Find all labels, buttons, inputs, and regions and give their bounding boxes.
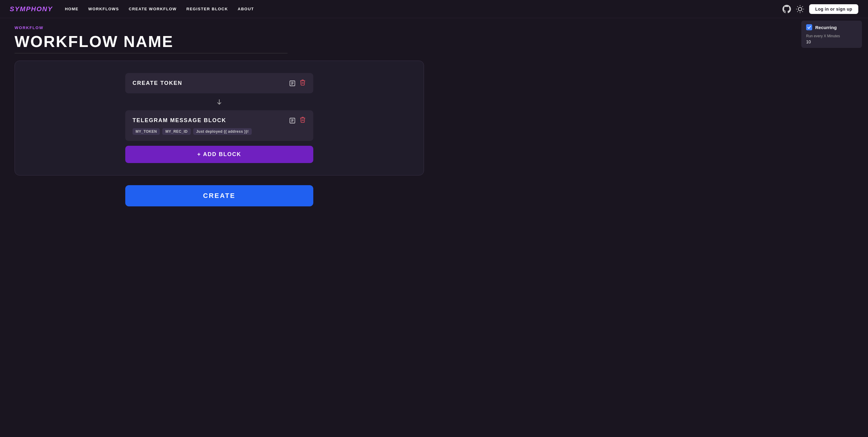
nav-right: Log in or sign up [782, 4, 858, 14]
block-actions-2 [289, 116, 306, 125]
navbar: SYMPHONY HOME WORKFLOWS CREATE WORKFLOW … [0, 0, 868, 18]
block-tags-2: MY_TOKEN MY_REC_ID Just deployed {{ addr… [132, 128, 306, 135]
create-section: CREATE [14, 185, 424, 206]
github-icon[interactable] [782, 5, 791, 13]
block-header-2: TELEGRAM MESSAGE BLOCK [132, 116, 306, 125]
svg-line-7 [797, 11, 798, 12]
create-button[interactable]: CREATE [125, 185, 313, 206]
block-card-telegram: TELEGRAM MESSAGE BLOCK [125, 110, 313, 141]
main-content: WORKFLOW WORKFLOW NAME CREATE TOKEN [0, 18, 868, 214]
nav-link-about[interactable]: ABOUT [238, 7, 254, 11]
block-card-create-token: CREATE TOKEN [125, 73, 313, 93]
login-button[interactable]: Log in or sign up [809, 4, 858, 14]
block-actions-1 [289, 79, 306, 87]
tag-my-token: MY_TOKEN [132, 128, 160, 135]
nav-logo[interactable]: SYMPHONY [10, 5, 53, 13]
breadcrumb: WORKFLOW [14, 26, 854, 30]
edit-icon-2[interactable] [289, 117, 296, 124]
block-header-1: CREATE TOKEN [132, 79, 306, 87]
tag-message: Just deployed {{ address }}! [193, 128, 252, 135]
delete-icon-1[interactable] [299, 79, 306, 87]
delete-icon-2[interactable] [299, 116, 306, 125]
arrow-down-1 [213, 96, 225, 108]
theme-toggle-icon[interactable] [796, 5, 804, 13]
nav-link-workflows[interactable]: WORKFLOWS [88, 7, 119, 11]
block-title-2: TELEGRAM MESSAGE BLOCK [132, 117, 226, 124]
svg-line-8 [802, 6, 803, 7]
svg-line-4 [802, 11, 803, 12]
nav-links: HOME WORKFLOWS CREATE WORKFLOW REGISTER … [65, 7, 782, 11]
nav-link-register-block[interactable]: REGISTER BLOCK [187, 7, 228, 11]
nav-link-home[interactable]: HOME [65, 7, 79, 11]
tag-my-rec-id: MY_REC_ID [162, 128, 190, 135]
nav-link-create-workflow[interactable]: CREATE WORKFLOW [129, 7, 177, 11]
page-title: WORKFLOW NAME [14, 32, 854, 51]
add-block-button[interactable]: + ADD BLOCK [125, 146, 313, 163]
workflow-canvas: CREATE TOKEN [14, 61, 424, 175]
block-title-1: CREATE TOKEN [132, 80, 182, 87]
svg-point-0 [798, 7, 802, 11]
edit-icon-1[interactable] [289, 80, 296, 87]
svg-line-3 [797, 6, 798, 7]
